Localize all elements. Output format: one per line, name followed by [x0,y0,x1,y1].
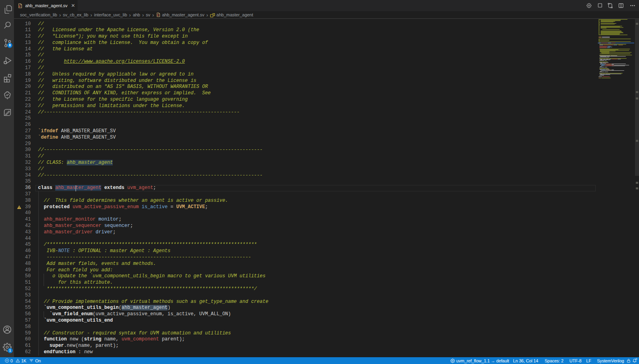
svg-text:v: v [157,13,159,17]
